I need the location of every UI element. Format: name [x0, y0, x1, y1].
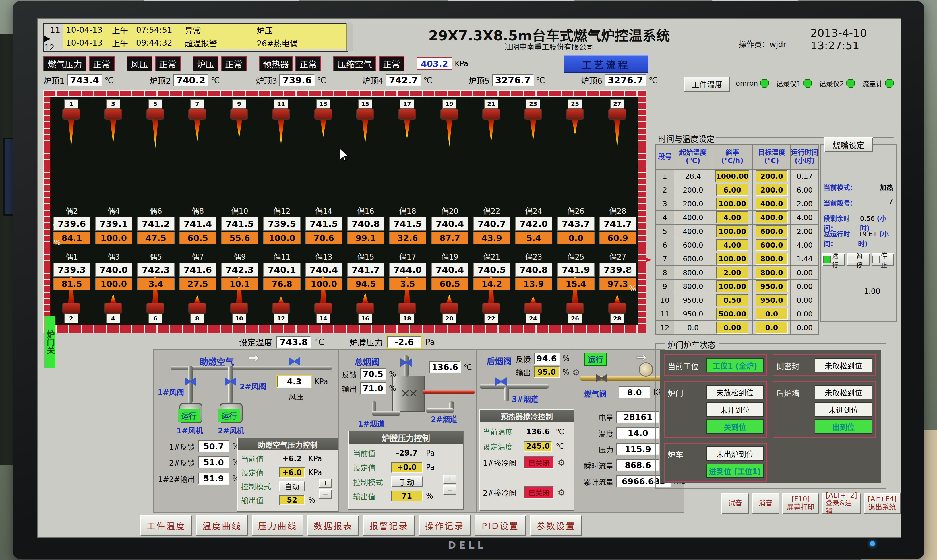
process-flow-button[interactable]: 工艺流程 [564, 55, 649, 73]
schedule-cell[interactable]: 950.0 [753, 279, 791, 293]
schedule-edit-value[interactable]: 200.0 [755, 170, 788, 182]
alarm-row[interactable]: 1110-04-13上午07:54:51异常炉压 [44, 23, 347, 37]
alarm-scrollbar[interactable] [347, 23, 353, 51]
schedule-cell[interactable]: 2.00 [712, 266, 753, 279]
schedule-edit-value[interactable]: 400.0 [755, 211, 788, 223]
alarm-list[interactable]: 1110-04-13上午07:54:51异常炉压▶ 1210-04-13上午09… [43, 23, 348, 52]
schedule-cell[interactable]: 0.0 [753, 307, 791, 321]
schedule-edit-value[interactable]: 950.0 [755, 294, 788, 306]
schedule-cell[interactable]: 600.0 [753, 225, 791, 238]
schedule-edit-value[interactable]: 500.00 [716, 308, 748, 320]
schedule-edit-value[interactable]: 600.0 [755, 239, 788, 251]
schedule-edit-value[interactable]: 0.00 [716, 322, 748, 334]
schedule-cell[interactable]: 800.0 [753, 266, 791, 279]
schedule-edit-value[interactable]: 100.00 [716, 198, 748, 210]
schedule-cell[interactable]: 600.0 [753, 238, 791, 252]
schedule-edit-value[interactable]: 100.00 [716, 253, 748, 265]
schedule-cell[interactable]: 0.0 [753, 321, 791, 334]
fl-decrease-button[interactable]: − [443, 485, 456, 495]
schedule-cell[interactable]: 100.00 [712, 252, 753, 266]
fl-increase-button[interactable]: + [443, 474, 456, 484]
thermocouple-readout: 偶12739.5100.0 [263, 205, 301, 245]
mode-button-停止[interactable]: 停止 [872, 253, 894, 266]
ca-mode-button[interactable]: 自动 [279, 481, 305, 491]
ca-decrease-button[interactable]: − [319, 489, 332, 498]
fl-mode-button[interactable]: 手动 [391, 476, 422, 487]
schedule-cell[interactable]: 400.0 [753, 211, 791, 225]
tab-工件温度[interactable]: 工件温度 [140, 515, 192, 535]
schedule-edit-value[interactable]: 100.00 [716, 225, 748, 237]
tab-压力曲线[interactable]: 压力曲线 [252, 515, 304, 535]
schedule-cell[interactable]: 800.0 [753, 252, 791, 266]
system-button[interactable]: [F10]屏幕打印 [782, 493, 819, 514]
ca-set-value[interactable]: +6.0 [279, 467, 305, 478]
ca-increase-button[interactable]: + [319, 478, 332, 488]
tab-参数设置[interactable]: 参数设置 [530, 515, 582, 535]
fl-set-value[interactable]: +0.0 [391, 462, 422, 473]
schedule-edit-value[interactable]: 100.00 [716, 280, 748, 292]
rear-output-gear-icon[interactable]: ⚙ [572, 367, 580, 377]
table-row: 6600.04.00600.04.00 [656, 238, 819, 252]
schedule-cell[interactable]: 100.00 [712, 225, 753, 238]
system-button-line: [ALT+F2] [826, 492, 857, 500]
tab-PID设置[interactable]: PID设置 [475, 515, 526, 535]
schedule-cell[interactable]: 500.00 [712, 307, 753, 321]
schedule-edit-value[interactable]: 4.00 [716, 239, 748, 251]
tab-报警记录[interactable]: 报警记录 [363, 515, 415, 535]
schedule-edit-value[interactable]: 800.0 [755, 266, 788, 278]
schedule-cell[interactable]: 4.00 [712, 238, 753, 252]
system-button[interactable]: [ALT+F2]登录&注销 [822, 493, 861, 514]
fl-out-value[interactable]: 71 [391, 491, 422, 502]
schedule-cell[interactable]: 0.50 [712, 293, 753, 307]
schedule-edit-value[interactable]: 800.0 [755, 253, 788, 265]
chamber-pressure-unit: Pa [425, 337, 435, 347]
mode-button-运行[interactable]: 运行 [823, 253, 845, 266]
system-button[interactable]: [Alt+F4]退出系统 [864, 493, 900, 514]
schedule-cell[interactable]: 950.0 [753, 293, 791, 307]
schedule-edit-value[interactable]: 0.0 [755, 308, 788, 320]
system-button[interactable]: 试音 [721, 493, 749, 514]
tab-温度曲线[interactable]: 温度曲线 [196, 515, 248, 535]
schedule-cell[interactable]: 100.00 [712, 279, 753, 293]
schedule-edit-value[interactable]: 600.0 [755, 225, 788, 237]
schedule-edit-value[interactable]: 0.0 [755, 322, 788, 334]
schedule-cell[interactable]: 0.00 [712, 321, 753, 334]
thermocouple-readout: 偶28741.760.9 [599, 205, 636, 245]
schedule-edit-value[interactable]: 2.00 [716, 266, 748, 278]
schedule-cell[interactable]: 4.00 [712, 211, 753, 225]
schedule-edit-value[interactable]: 0.50 [716, 294, 748, 306]
schedule-cell[interactable]: 1000.00 [712, 169, 753, 183]
ph-valve2-gear-icon[interactable]: ⚙ [558, 488, 565, 497]
burner-number-plate: 4 [106, 314, 120, 323]
schedule-cell[interactable]: 200.0 [753, 183, 791, 197]
schedule-edit-value[interactable]: 400.0 [755, 198, 788, 210]
schedule-edit-value[interactable]: 950.0 [755, 280, 788, 292]
burner-setting-button[interactable]: 烧嘴设定 [824, 137, 873, 152]
mode-button-暂停[interactable]: 暂停 [847, 253, 869, 266]
schedule-edit-value[interactable]: 1000.00 [715, 170, 749, 182]
schedule-table[interactable]: 段号起始温度(℃)斜率(℃/h)目标温度(℃)运行时间(小时) 128.4100… [655, 144, 819, 335]
ph-set-value[interactable]: 245.0 [524, 441, 552, 452]
gas-valve-icon[interactable] [596, 374, 607, 382]
schedule-cell[interactable]: 100.00 [712, 197, 753, 211]
device-indicator: omron [736, 78, 769, 88]
ph-valve1-gear-icon[interactable]: ⚙ [558, 458, 565, 468]
schedule-edit-value[interactable]: 6.00 [716, 184, 748, 196]
tab-数据报表[interactable]: 数据报表 [307, 515, 359, 535]
schedule-edit-value[interactable]: 200.0 [755, 184, 788, 196]
schedule-cell[interactable]: 400.0 [753, 197, 791, 211]
system-button[interactable]: 消音 [752, 493, 780, 514]
schedule-cell[interactable]: 200.0 [753, 169, 791, 183]
alarm-row[interactable]: ▶ 1210-04-13上午09:44:32超温报警26#热电偶 [44, 37, 347, 49]
system-button-line: [F10] [791, 495, 809, 503]
tab-操作记录[interactable]: 操作记录 [419, 515, 470, 535]
burner-body-icon [62, 109, 80, 120]
schedule-cell[interactable]: 6.00 [712, 183, 753, 197]
ca-out-value[interactable]: 52 [279, 495, 305, 505]
main-flue-valve-label: 总烟阀 [354, 355, 379, 368]
schedule-edit-value[interactable]: 4.00 [716, 211, 748, 223]
air-main-valve-icon[interactable] [288, 357, 300, 366]
workpiece-temp-button[interactable]: 工件温度 [684, 77, 730, 92]
rear-flue-pipe [480, 384, 549, 389]
rear-output-value[interactable]: 95.0 [534, 366, 559, 378]
